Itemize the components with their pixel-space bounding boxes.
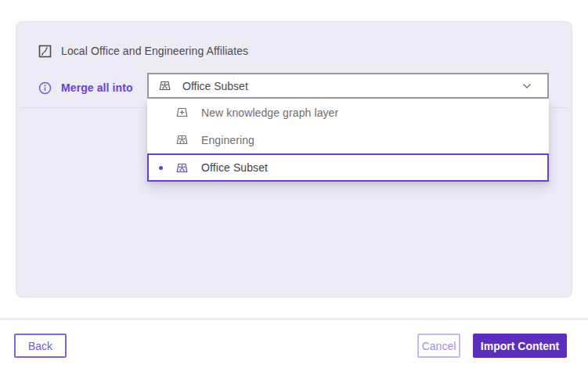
dropdown-option-enginering[interactable]: Enginering: [147, 126, 549, 153]
source-layer-row: Local Office and Engineering Affiliates: [38, 38, 248, 63]
import-content-button[interactable]: Import Content: [473, 334, 567, 358]
merge-target-select-value: Office Subset: [182, 80, 522, 92]
new-knowledge-graph-layer-icon: [175, 106, 189, 119]
merge-target-dropdown: New knowledge graph layer: [147, 99, 549, 182]
info-icon[interactable]: [38, 81, 52, 95]
merge-all-into-label: Merge all into: [61, 81, 133, 94]
dropdown-option-office-subset[interactable]: Office Subset: [147, 153, 549, 182]
dropdown-option-label: Office Subset: [201, 161, 268, 174]
knowledge-graph-icon: [158, 79, 171, 92]
knowledge-graph-icon: [175, 161, 189, 175]
knowledge-graph-icon: [175, 133, 189, 146]
dropdown-option-label: New knowledge graph layer: [201, 106, 338, 119]
merge-target-select[interactable]: Office Subset: [147, 73, 549, 99]
dropdown-option-label: Enginering: [201, 134, 254, 146]
footer-divider: [0, 318, 588, 320]
selected-bullet-icon: [159, 166, 163, 170]
source-layer-label: Local Office and Engineering Affiliates: [61, 45, 248, 57]
dropdown-option-new-knowledge-graph-layer[interactable]: New knowledge graph layer: [147, 99, 549, 126]
merge-all-into-row: Merge all into: [38, 75, 133, 100]
chevron-down-icon: [522, 83, 532, 89]
import-dialog: Local Office and Engineering Affiliates …: [0, 0, 588, 368]
cancel-button[interactable]: Cancel: [417, 334, 460, 358]
back-button[interactable]: Back: [14, 334, 67, 358]
layer-select-icon: [38, 45, 52, 58]
